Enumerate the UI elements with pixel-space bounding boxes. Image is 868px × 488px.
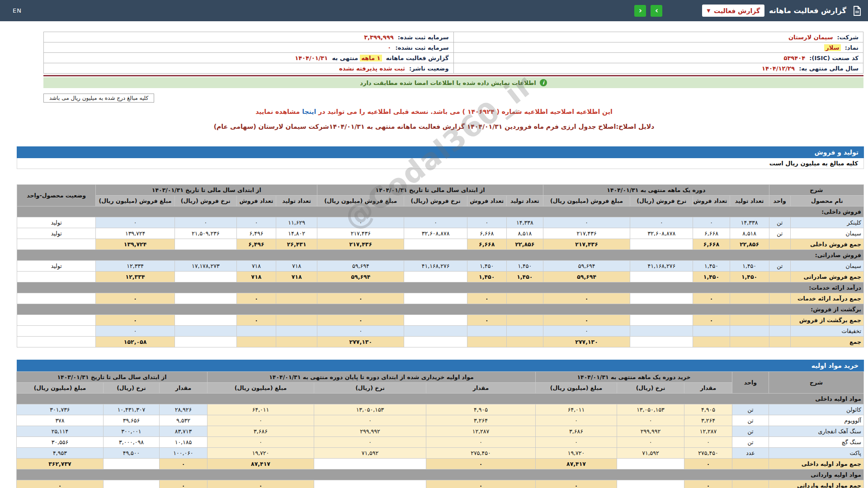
top-navbar: گزارش فعالیت ماهانه گزارش فعالیت ▼ › ‹ E… <box>0 0 868 21</box>
value-cell <box>730 326 769 337</box>
capital-unregistered-label: سرمایه ثبت نشده: <box>395 44 448 51</box>
row-label-cell: جمع فروش داخلی <box>790 239 863 250</box>
table-row: سیمانتن۸,۵۱۸۶,۶۶۸۳۲,۶۰۸,۸۷۸۲۱۷,۴۳۶۸,۵۱۸۶… <box>17 228 864 239</box>
value-cell: ۰ <box>314 437 426 448</box>
value-cell: ۲۶,۴۳۱ <box>276 239 317 250</box>
value-cell: ۴۱,۱۶۸,۲۷۶ <box>630 261 693 272</box>
report-period-value: ۱ ماهه <box>360 55 382 61</box>
value-cell: ۰ <box>617 415 684 426</box>
value-cell <box>404 293 467 304</box>
value-cell: ۸۷,۴۱۷ <box>536 459 617 469</box>
value-cell: ۱۹,۷۲۰ <box>536 448 617 459</box>
value-cell: ۱۰۰,۰۶۰ <box>159 448 207 459</box>
value-cell <box>276 326 317 337</box>
column-header: مقدار <box>426 383 536 394</box>
value-cell <box>103 459 159 469</box>
value-cell <box>404 272 467 282</box>
amendment-text-suffix: مشاهده نمایید <box>255 108 302 115</box>
report-body: تولید و فروش کلیه مبالغ به میلیون ریال ا… <box>17 146 864 488</box>
column-group-header: از ابتدای سال مالی تا تاریخ ۱۴۰۴/۰۱/۳۱ <box>317 185 543 196</box>
unit-cell: تن <box>732 437 769 448</box>
value-cell: ۸۳,۷۱۳ <box>159 426 207 437</box>
column-header: نرخ فروش (ریال) <box>175 196 236 206</box>
value-cell: ۷۱۸ <box>276 272 317 282</box>
value-cell: ۰ <box>467 293 506 304</box>
report-file-icon[interactable] <box>851 5 863 17</box>
value-cell: ۳,۲۶۴ <box>684 415 732 426</box>
report-due-label: منتهی به <box>332 55 358 61</box>
unit-cell <box>769 272 790 282</box>
value-cell: ۰ <box>426 480 536 488</box>
symbol-label: نماد: <box>845 44 859 51</box>
value-cell <box>175 337 236 347</box>
section-label: برگشت از فروش: <box>17 304 864 315</box>
value-cell <box>276 293 317 304</box>
column-header: نرخ فروش (ریال) <box>630 196 693 206</box>
table-row: جمع۲۷۷,۱۳۰۲۷۷,۱۳۰۱۵۲,۰۵۸ <box>17 337 864 347</box>
value-cell: ۹,۵۳۲ <box>159 415 207 426</box>
table-row: جمع فروش داخلی۲۲,۸۵۶۶,۶۶۸۲۱۷,۴۳۶۲۲,۸۵۶۶,… <box>17 239 864 250</box>
value-cell <box>236 326 276 337</box>
value-cell <box>404 315 467 326</box>
value-cell <box>617 480 684 488</box>
table-row: تخفیفات۰۰۰ <box>17 326 864 337</box>
column-header: تعداد تولید <box>506 196 543 206</box>
value-cell <box>175 326 236 337</box>
column-group-header: از ابتدای سال مالی تا تاریخ ۱۴۰۳/۰۱/۳۱ <box>16 372 207 383</box>
fiscal-year-cell: سال مالی منتهی به: ۱۴۰۴/۱۲/۲۹ <box>453 63 863 74</box>
previous-version-link[interactable]: اینجا <box>302 108 316 115</box>
raw-materials-purchase-table: شرحواحدخرید دوره یک ماهه منتهی به ۱۴۰۴/۰… <box>16 371 864 488</box>
value-cell <box>175 315 236 326</box>
row-label-cell: سنگ آهک انفجاری <box>769 426 864 437</box>
value-cell: ۰ <box>317 293 404 304</box>
language-toggle-en[interactable]: EN <box>13 7 22 14</box>
table-row: سیمانتن۱,۴۵۰۱,۴۵۰۴۱,۱۶۸,۲۷۶۵۹,۶۹۴۱,۴۵۰۱,… <box>17 261 864 272</box>
product-status-cell <box>17 315 96 326</box>
unit-cell <box>769 293 790 304</box>
value-cell <box>404 239 467 250</box>
value-cell: ۰ <box>617 437 684 448</box>
next-report-button[interactable]: › <box>651 5 662 17</box>
value-cell: ۱,۴۵۰ <box>730 272 769 282</box>
value-cell: ۶,۴۹۶ <box>236 228 276 239</box>
value-cell: ۷۱,۵۹۲ <box>617 448 684 459</box>
value-cell <box>276 315 317 326</box>
value-cell: ۰ <box>317 217 404 228</box>
value-cell: ۴,۹۰۵ <box>426 404 536 415</box>
value-cell: ۰ <box>317 326 404 337</box>
value-cell: ۸,۵۱۸ <box>506 228 543 239</box>
unit-cell <box>769 326 790 337</box>
report-type-dropdown[interactable]: گزارش فعالیت ▼ <box>702 5 764 17</box>
value-cell: ۲۱,۵۰۹,۲۳۶ <box>175 228 236 239</box>
product-status-cell: تولید <box>17 217 96 228</box>
value-cell: ۰ <box>96 217 175 228</box>
fiscal-year-value: ۱۴۰۴/۱۲/۲۹ <box>762 65 795 72</box>
value-cell: ۴۹,۵۰۰ <box>103 448 159 459</box>
row-label-cell: کلینکر <box>790 217 863 228</box>
raw-materials-section-bar: خرید مواد اولیه <box>17 360 864 371</box>
table-row: جمع درآمد ارائه خدمات۰۰۰۰۰۰ <box>17 293 864 304</box>
value-cell: ۶,۶۶۸ <box>467 239 506 250</box>
prev-report-button[interactable]: ‹ <box>634 5 646 17</box>
row-label-cell: جمع برگشت از فروش <box>790 315 863 326</box>
value-cell: ۰ <box>536 437 617 448</box>
production-sales-section-bar: تولید و فروش <box>17 146 864 158</box>
value-cell: ۲۹۹,۹۹۲ <box>617 426 684 437</box>
value-cell: ۶۴,۰۱۱ <box>536 404 617 415</box>
value-cell <box>630 337 693 347</box>
value-cell: ۰ <box>236 217 276 228</box>
value-cell <box>506 315 543 326</box>
table-row: سنگ آهک انفجاریتن۱۲,۲۸۷۲۹۹,۹۹۲۳,۶۸۶۱۲,۲۸… <box>16 426 863 437</box>
symbol-value: سلار <box>824 44 840 51</box>
column-group-header: وضعیت محصول-واحد <box>17 185 96 206</box>
value-cell: ۲۱۷,۴۳۶ <box>543 239 630 250</box>
value-cell: ۰ <box>467 315 506 326</box>
value-cell: ۷۱۸ <box>236 261 276 272</box>
company-info-table: شرکت: سیمان لارستان سرمایه ثبت شده: ۳,۳۹… <box>43 32 863 74</box>
report-period-cell: گزارش فعالیت ماهانه ۱ ماهه منتهی به ۱۴۰۴… <box>44 53 454 63</box>
value-cell: ۰ <box>175 217 236 228</box>
value-cell: ۰ <box>96 293 175 304</box>
value-cell: ۳,۲۶۴ <box>426 415 536 426</box>
unit-cell: تن <box>769 217 790 228</box>
table-row: پاکتعدد۲۷۵,۴۵۰۷۱,۵۹۲۱۹,۷۲۰۲۷۵,۴۵۰۷۱,۵۹۲۱… <box>16 448 863 459</box>
